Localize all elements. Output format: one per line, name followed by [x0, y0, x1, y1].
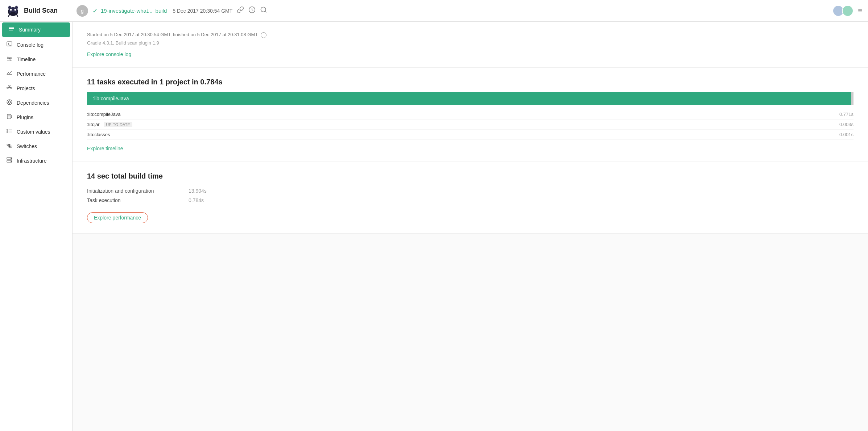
svg-point-26 — [8, 101, 11, 103]
switches-icon — [6, 143, 13, 150]
svg-point-46 — [11, 161, 12, 162]
main-content: Started on 5 Dec 2017 at 20:30:54 GMT, f… — [73, 22, 868, 431]
globe-icon — [261, 32, 266, 38]
sidebar-item-timeline[interactable]: Timeline — [0, 52, 72, 67]
performance-rows: Initialization and configuration 13.904s… — [87, 186, 853, 205]
sidebar-item-custom-values[interactable]: Custom values — [0, 125, 72, 139]
sidebar-label-dependencies: Dependencies — [17, 100, 49, 106]
gradle-version-info: Gradle 4.3.1, Build scan plugin 1.9 — [87, 40, 853, 46]
svg-point-6 — [261, 7, 266, 12]
svg-point-3 — [15, 9, 16, 11]
sidebar-label-projects: Projects — [17, 85, 35, 91]
svg-rect-20 — [9, 85, 10, 86]
sidebar-item-infrastructure[interactable]: Infrastructure — [0, 154, 72, 168]
link-icon[interactable] — [237, 6, 244, 15]
user-avatar[interactable]: g — [77, 5, 88, 17]
sidebar-label-switches: Switches — [17, 143, 37, 149]
sidebar-label-custom-values: Custom values — [17, 129, 50, 135]
svg-rect-37 — [7, 131, 8, 133]
summary-icon — [8, 26, 15, 33]
tasks-header: 11 tasks executed in 1 project in 0.784s — [87, 78, 853, 86]
table-row: :lib:jar UP-TO-DATE 0.003s — [87, 120, 853, 130]
svg-point-40 — [9, 145, 10, 146]
sidebar-label-plugins: Plugins — [17, 114, 33, 120]
header-right: ≡ — [832, 5, 862, 17]
perf-row-1: Task execution 0.784s — [87, 196, 853, 205]
task-time-0: 0.771s — [839, 112, 853, 117]
svg-rect-35 — [7, 129, 8, 130]
menu-icon[interactable]: ≡ — [858, 7, 862, 15]
elephant-icon — [6, 4, 20, 18]
search-scan-icon[interactable] — [260, 6, 267, 15]
build-status: ✓ 19-investigate-what... build 5 Dec 201… — [92, 7, 232, 15]
header: Build Scan g ✓ 19-investigate-what... bu… — [0, 0, 868, 22]
task-name-0: :lib:compileJava — [87, 112, 232, 117]
table-row: :lib:compileJava 0.771s — [87, 109, 853, 120]
sidebar-item-summary[interactable]: Summary — [2, 22, 70, 37]
explore-console-log-link[interactable]: Explore console log — [87, 51, 131, 57]
branch-name: 19-investigate-what... — [101, 8, 153, 14]
perf-label-0: Initialization and configuration — [87, 188, 189, 194]
sidebar-label-summary: Summary — [19, 27, 41, 33]
app-title: Build Scan — [24, 7, 58, 14]
sidebar-label-infrastructure: Infrastructure — [17, 158, 46, 164]
table-row: :lib:classes 0.001s — [87, 130, 853, 140]
highlighted-task-label: :lib:compileJava — [93, 96, 129, 101]
app-logo: Build Scan — [6, 4, 67, 18]
highlighted-task-bar: :lib:compileJava — [87, 92, 853, 105]
performance-section: 14 sec total build time Initialization a… — [73, 162, 868, 234]
body: Summary Console log Timeline — [0, 22, 868, 431]
sidebar-item-plugins[interactable]: Plugins — [0, 110, 72, 125]
svg-rect-32 — [7, 114, 11, 119]
build-timestamp: 5 Dec 2017 20:30:54 GMT — [173, 8, 232, 14]
user-avatars — [832, 5, 853, 17]
sidebar-item-console-log[interactable]: Console log — [0, 38, 72, 52]
success-icon: ✓ — [92, 7, 98, 15]
console-icon — [6, 41, 13, 49]
task-time-1: 0.003s — [839, 122, 853, 127]
sidebar-item-performance[interactable]: Performance — [0, 67, 72, 81]
explore-performance-button[interactable]: Explore performance — [87, 212, 148, 223]
history-icon[interactable] — [248, 6, 256, 15]
svg-point-2 — [10, 9, 12, 11]
perf-value-0: 13.904s — [189, 188, 207, 194]
sidebar-label-console-log: Console log — [17, 42, 44, 48]
avatar-2 — [842, 5, 853, 17]
svg-point-4 — [10, 12, 16, 16]
sidebar-item-switches[interactable]: Switches — [0, 139, 72, 154]
perf-label-1: Task execution — [87, 197, 189, 203]
projects-icon — [6, 85, 13, 92]
perf-value-1: 0.784s — [189, 197, 204, 203]
performance-icon — [6, 70, 13, 78]
build-started-info: Started on 5 Dec 2017 at 20:30:54 GMT, f… — [87, 32, 853, 38]
svg-point-42 — [9, 146, 11, 147]
task-time-2: 0.001s — [839, 132, 853, 137]
task-list: :lib:compileJava 0.771s :lib:jar UP-TO-D… — [87, 109, 853, 140]
perf-row-0: Initialization and configuration 13.904s — [87, 186, 853, 196]
sidebar: Summary Console log Timeline — [0, 22, 73, 431]
svg-rect-10 — [9, 30, 13, 30]
dependencies-icon — [6, 99, 13, 106]
svg-point-45 — [11, 158, 12, 159]
sidebar-item-projects[interactable]: Projects — [0, 81, 72, 96]
custom-values-icon — [6, 128, 13, 135]
svg-line-7 — [265, 11, 266, 13]
sidebar-label-timeline: Timeline — [17, 57, 36, 62]
sidebar-item-dependencies[interactable]: Dependencies — [0, 96, 72, 110]
plugins-icon — [6, 114, 13, 121]
tasks-scrollbar — [851, 92, 853, 105]
tasks-section: 11 tasks executed in 1 project in 0.784s… — [73, 68, 868, 162]
svg-rect-9 — [9, 28, 14, 29]
infrastructure-icon — [6, 157, 13, 164]
build-info-section: Started on 5 Dec 2017 at 20:30:54 GMT, f… — [73, 22, 868, 68]
explore-timeline-link[interactable]: Explore timeline — [87, 146, 123, 151]
header-divider — [72, 5, 72, 17]
header-action-icons — [237, 6, 267, 15]
timeline-icon — [6, 56, 13, 63]
build-label: build — [156, 8, 167, 14]
sidebar-label-performance: Performance — [17, 71, 46, 77]
performance-header: 14 sec total build time — [87, 172, 853, 180]
up-to-date-badge: UP-TO-DATE — [104, 122, 132, 127]
tasks-bar-container: :lib:compileJava — [87, 92, 853, 105]
svg-rect-8 — [9, 27, 14, 28]
